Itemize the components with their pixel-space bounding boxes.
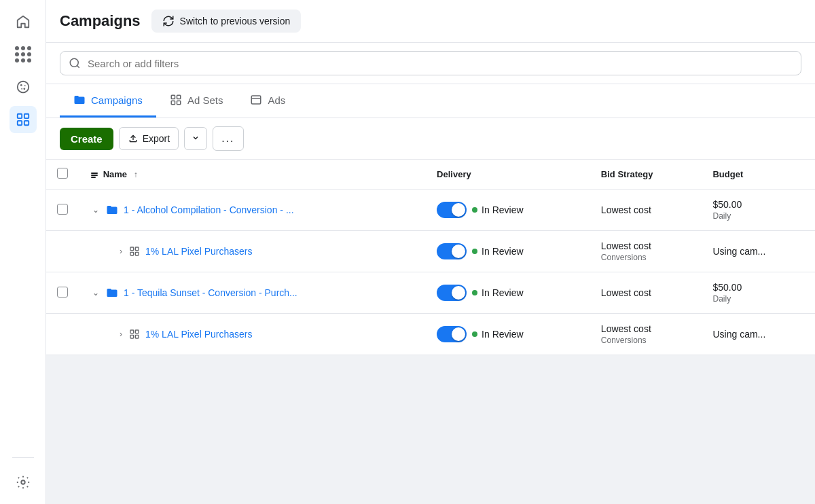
search-bar	[46, 43, 815, 84]
row-checkbox-cell	[46, 231, 80, 272]
delivery-status: In Review	[472, 287, 523, 298]
sidebar-item-cookie[interactable]	[10, 73, 37, 101]
row-delivery-cell: In Review	[426, 272, 590, 314]
tab-adsets[interactable]: Ad Sets	[156, 84, 237, 118]
campaign-toggle[interactable]	[437, 285, 467, 301]
campaign-folder-icon	[106, 287, 118, 299]
export-dropdown-button[interactable]	[184, 127, 207, 150]
bid-strategy-sub: Conversions	[601, 253, 691, 262]
svg-rect-14	[171, 101, 175, 105]
svg-rect-12	[171, 95, 175, 98]
svg-line-11	[77, 65, 79, 67]
bid-strategy-value: Lowest cost	[601, 287, 691, 298]
tab-ads[interactable]: Ads	[236, 84, 299, 118]
create-button[interactable]: Create	[60, 128, 113, 150]
delivery-status: In Review	[472, 329, 523, 340]
export-icon	[128, 133, 139, 144]
sidebar-item-campaigns[interactable]	[10, 106, 37, 133]
row-delivery-cell: In Review	[426, 190, 590, 231]
svg-rect-23	[135, 247, 139, 251]
sort-icon	[91, 173, 98, 178]
campaign-folder-icon	[106, 204, 118, 216]
more-options-button[interactable]: ...	[213, 126, 243, 151]
page-title: Campaigns	[60, 12, 141, 30]
row-expand-chevron[interactable]: ⌄	[91, 287, 101, 299]
col-bid-header: Bid Strategy	[590, 160, 702, 190]
svg-point-4	[23, 88, 25, 90]
bid-strategy-value: Lowest cost	[601, 323, 691, 334]
svg-rect-7	[17, 121, 21, 125]
select-all-checkbox[interactable]	[57, 168, 68, 179]
budget-value: $50.00	[712, 199, 804, 210]
row-budget-cell: Using cam...	[702, 231, 815, 272]
campaign-toggle[interactable]	[437, 202, 467, 218]
budget-value: $50.00	[712, 282, 804, 293]
header: Campaigns Switch to previous version	[46, 0, 815, 43]
row-checkbox[interactable]	[57, 204, 68, 215]
svg-rect-28	[130, 335, 134, 338]
adset-toggle[interactable]	[437, 243, 467, 259]
svg-point-2	[24, 85, 25, 86]
campaign-name-link[interactable]: 1 - Alcohol Compilation - Conversion - .…	[124, 204, 294, 215]
adset-grid-icon	[129, 329, 140, 340]
chevron-down-icon	[192, 134, 200, 142]
svg-point-10	[70, 58, 78, 67]
col-checkbox	[46, 160, 80, 190]
sidebar-item-home[interactable]	[10, 8, 37, 35]
row-checkbox[interactable]	[57, 287, 68, 298]
row-name-cell: ⌄ 1 - Tequila Sunset - Conversion - Purc…	[80, 272, 426, 314]
bid-strategy-value: Lowest cost	[601, 240, 691, 251]
export-label: Export	[143, 133, 170, 144]
adset-toggle[interactable]	[437, 326, 467, 342]
svg-rect-16	[252, 96, 261, 104]
status-dot	[472, 290, 477, 295]
ads-icon	[250, 94, 262, 106]
row-checkbox-cell	[46, 190, 80, 231]
row-budget-cell: Using cam...	[702, 314, 815, 355]
svg-rect-29	[135, 335, 139, 338]
row-delivery-cell: In Review	[426, 231, 590, 272]
table-row: › 1% LAL Pixel Purchasers	[46, 314, 815, 355]
folder-icon	[73, 94, 86, 106]
search-icon	[69, 57, 81, 69]
svg-rect-8	[24, 121, 28, 125]
search-wrapper[interactable]	[60, 51, 801, 75]
sidebar-item-settings[interactable]	[10, 469, 37, 496]
tabs-container: Campaigns Ad Sets Ads	[46, 84, 815, 118]
adset-expand-chevron[interactable]: ›	[118, 245, 124, 257]
sidebar	[0, 0, 46, 504]
col-name-header: Name ↑	[80, 160, 426, 190]
adset-expand-chevron[interactable]: ›	[118, 328, 124, 340]
row-delivery-cell: In Review	[426, 314, 590, 355]
adset-grid-icon	[129, 246, 140, 257]
search-input[interactable]	[88, 58, 793, 69]
adsets-icon	[170, 94, 182, 106]
delivery-status: In Review	[472, 246, 523, 257]
row-expand-chevron[interactable]: ⌄	[91, 204, 101, 216]
svg-rect-6	[24, 114, 28, 118]
sidebar-item-grid[interactable]	[10, 41, 37, 68]
tab-adsets-label: Ad Sets	[187, 94, 223, 106]
row-name-cell: › 1% LAL Pixel Purchasers	[80, 314, 426, 355]
main-content: Campaigns Switch to previous version Cam…	[46, 0, 815, 504]
svg-rect-27	[135, 330, 139, 334]
export-button[interactable]: Export	[119, 127, 179, 150]
adset-name-link[interactable]: 1% LAL Pixel Purchasers	[145, 246, 252, 257]
svg-point-0	[17, 82, 29, 93]
row-checkbox-cell	[46, 272, 80, 314]
table-container: Name ↑ Delivery Bid Strategy Budget	[46, 160, 815, 355]
switch-version-label: Switch to previous version	[180, 16, 291, 26]
campaign-name-link[interactable]: 1 - Tequila Sunset - Conversion - Purch.…	[124, 287, 297, 298]
row-bid-cell: Lowest cost	[590, 272, 702, 314]
status-dot	[472, 249, 477, 254]
tab-campaigns[interactable]: Campaigns	[60, 84, 156, 118]
tab-ads-label: Ads	[268, 94, 285, 106]
budget-value: Using cam...	[712, 246, 804, 257]
campaigns-table: Name ↑ Delivery Bid Strategy Budget	[46, 160, 815, 355]
sidebar-divider	[12, 457, 34, 458]
svg-rect-5	[17, 114, 21, 118]
svg-point-9	[21, 480, 25, 484]
row-budget-cell: $50.00 Daily	[702, 272, 815, 314]
switch-version-button[interactable]: Switch to previous version	[151, 10, 302, 33]
adset-name-link[interactable]: 1% LAL Pixel Purchasers	[145, 329, 252, 340]
